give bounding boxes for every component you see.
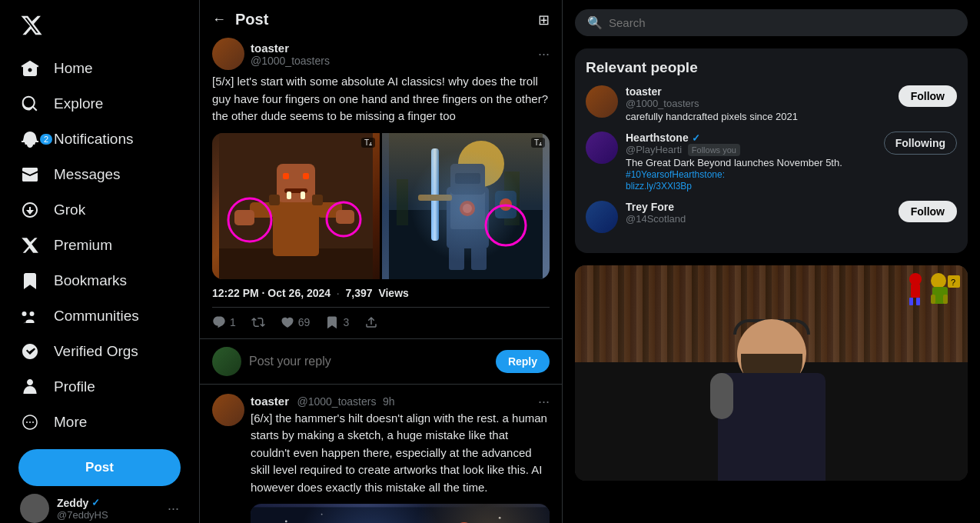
following-button-hearthstone[interactable]: Following xyxy=(884,132,957,155)
shield-icon xyxy=(20,341,40,361)
x-logo-icon xyxy=(20,14,43,37)
tweet-2-header: toaster @1000_toasters 9h ··· [6/x] the … xyxy=(212,394,550,524)
retweet-icon xyxy=(251,315,265,329)
more-icon xyxy=(20,412,40,432)
svg-rect-27 xyxy=(450,164,485,195)
video-person: ? xyxy=(575,265,968,481)
tweet-1-handle: @1000_toasters xyxy=(251,55,330,67)
svg-point-50 xyxy=(499,517,501,519)
person-name-treyfore: Trey Fore xyxy=(626,201,891,213)
hearthstone-bio-link1[interactable]: #10YearsofHearthstone: xyxy=(626,169,725,180)
tweet-2-image xyxy=(251,504,550,523)
reply-input[interactable] xyxy=(249,355,488,368)
post-header-left: ← Post xyxy=(212,11,268,28)
like-action[interactable]: 69 xyxy=(281,315,311,329)
follows-you-badge: Follows you xyxy=(688,144,740,156)
hearthstone-verified: ✓ xyxy=(692,132,700,144)
sidebar-item-label-more: More xyxy=(54,414,87,431)
layout-toggle-button[interactable]: ⊞ xyxy=(538,12,550,28)
bookmark-action[interactable]: 3 xyxy=(325,315,349,329)
svg-rect-14 xyxy=(269,195,280,205)
tweet-2-more[interactable]: ··· xyxy=(538,394,550,410)
svg-rect-20 xyxy=(389,210,543,279)
svg-point-49 xyxy=(321,514,323,515)
search-input[interactable] xyxy=(609,16,955,29)
sidebar-item-label-grok: Grok xyxy=(54,202,85,218)
person-row-treyfore: Trey Fore @14Scotland Follow xyxy=(586,201,957,233)
sidebar-user[interactable]: Zeddy ✓ @7eddyHS ··· xyxy=(9,486,190,523)
bookmark-tweet-icon xyxy=(325,315,339,329)
tweet-1-top: toaster @1000_toasters ··· xyxy=(212,38,550,70)
back-button[interactable]: ← xyxy=(212,12,226,28)
user-menu-dots[interactable]: ··· xyxy=(168,501,179,517)
sidebar-item-label-home: Home xyxy=(54,60,93,77)
profile-icon xyxy=(20,377,40,397)
person-avatar-treyfore xyxy=(586,201,618,233)
troll-art xyxy=(212,133,380,279)
svg-rect-9 xyxy=(301,192,305,199)
sidebar-user-info: Zeddy ✓ @7eddyHS xyxy=(57,497,160,521)
svg-rect-3 xyxy=(273,195,319,256)
svg-rect-28 xyxy=(455,173,480,184)
retweet-action[interactable] xyxy=(251,315,265,329)
svg-point-35 xyxy=(486,205,526,245)
svg-rect-31 xyxy=(495,191,517,218)
person-info-treyfore: Trey Fore @14Scotland xyxy=(626,201,891,225)
search-box[interactable]: 🔍 xyxy=(575,9,968,36)
share-action[interactable] xyxy=(364,315,378,329)
svg-point-26 xyxy=(463,204,472,213)
tweet-2-name-row: toaster @1000_toasters 9h ··· xyxy=(251,394,550,410)
reply-button[interactable]: Reply xyxy=(496,350,550,373)
tweet-1-body: [5/x] let's start with some absolute AI … xyxy=(212,73,550,125)
sidebar-item-messages[interactable]: Messages xyxy=(9,157,190,192)
sidebar-item-verified-orgs[interactable]: Verified Orgs xyxy=(9,334,190,369)
follow-button-treyfore[interactable]: Follow xyxy=(899,201,957,222)
reply-icon xyxy=(212,315,226,329)
tweet-2-body: [6/x] the hammer's hilt doesn't align wi… xyxy=(251,410,550,497)
person-bio-toaster: carefully handcrafted pixels since 2021 xyxy=(626,111,891,122)
sidebar-item-premium[interactable]: Premium xyxy=(9,228,190,263)
sidebar-item-explore[interactable]: Explore xyxy=(9,86,190,122)
people-icon xyxy=(20,306,40,326)
svg-rect-11 xyxy=(234,210,254,225)
sidebar-item-more[interactable]: More xyxy=(9,405,190,440)
svg-rect-8 xyxy=(287,192,291,199)
reply-action[interactable]: 1 xyxy=(212,315,236,329)
sidebar-item-grok[interactable]: Grok xyxy=(9,192,190,228)
svg-rect-53 xyxy=(911,284,920,298)
video-preview: ? xyxy=(575,265,968,481)
svg-point-32 xyxy=(500,198,512,211)
logo[interactable] xyxy=(9,6,190,48)
sidebar-item-label-bookmarks: Bookmarks xyxy=(54,272,127,289)
tweet-2-author-block: toaster @1000_toasters 9h ··· [6/x] the … xyxy=(251,394,550,524)
person-name-hearthstone: Hearthstone ✓ xyxy=(626,132,876,144)
sidebar-item-notifications[interactable]: 2 Notifications xyxy=(9,122,190,157)
svg-rect-22 xyxy=(504,172,520,225)
svg-rect-23 xyxy=(447,187,489,248)
post-button[interactable]: Post xyxy=(18,449,181,486)
main-feed: ← Post ⊞ toaster @1000_toasters ··· [5/x… xyxy=(200,0,563,523)
sidebar-item-bookmarks[interactable]: Bookmarks xyxy=(9,263,190,298)
person-handle-treyfore: @14Scotland xyxy=(626,213,891,225)
sidebar-item-label-profile: Profile xyxy=(54,378,95,395)
sidebar-item-communities[interactable]: Communities xyxy=(9,298,190,334)
share-icon xyxy=(364,315,378,329)
svg-point-19 xyxy=(458,141,504,187)
sidebar-item-profile[interactable]: Profile xyxy=(9,369,190,405)
right-sidebar: 🔍 Relevant people toaster @1000_toasters… xyxy=(563,0,980,523)
person-avatar-hearthstone xyxy=(586,132,618,164)
sidebar-item-label-premium: Premium xyxy=(54,237,112,254)
reply-user-avatar xyxy=(212,347,241,376)
sidebar-item-label-communities: Communities xyxy=(54,308,139,325)
tweet-2-handle: @1000_toasters xyxy=(297,395,376,408)
follow-button-toaster[interactable]: Follow xyxy=(899,85,957,107)
tweet-1-more[interactable]: ··· xyxy=(538,46,550,62)
tweet-1: toaster @1000_toasters ··· [5/x] let's s… xyxy=(200,28,562,339)
sidebar-item-label-verified-orgs: Verified Orgs xyxy=(54,343,138,360)
sidebar-item-label-messages: Messages xyxy=(54,166,121,183)
tweet-1-name: toaster xyxy=(251,42,330,55)
tweet-2-time: 9h xyxy=(383,395,395,408)
tweet-2-author-info: toaster @1000_toasters 9h xyxy=(251,395,394,408)
sidebar-item-home[interactable]: Home xyxy=(9,51,190,86)
hearthstone-bio-link2[interactable]: blizz.ly/3XXl3Bp xyxy=(626,181,692,192)
